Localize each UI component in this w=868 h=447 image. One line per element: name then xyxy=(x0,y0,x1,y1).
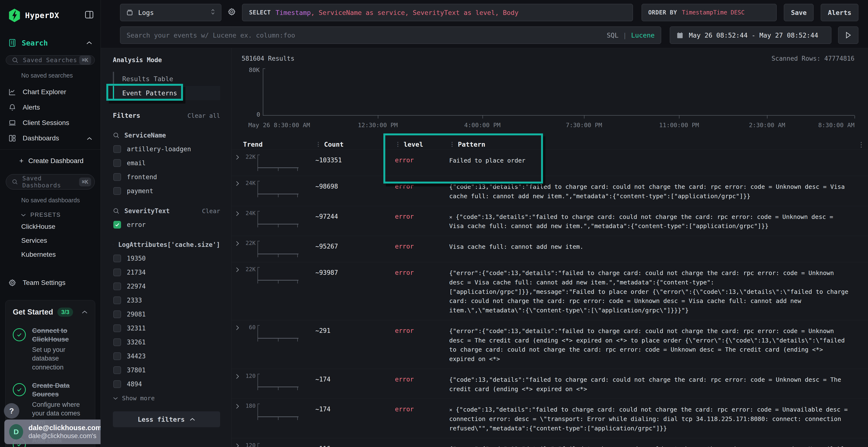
save-button[interactable]: Save xyxy=(784,4,813,21)
sidebar-item-dashboards[interactable]: Dashboards xyxy=(0,131,100,146)
filter-option[interactable]: error xyxy=(113,221,220,229)
checkbox[interactable] xyxy=(113,254,121,262)
preset-kubernetes[interactable]: Kubernetes xyxy=(0,248,100,262)
x-axis-line xyxy=(263,115,855,115)
pattern-row[interactable]: 60 ~291 error {"error":{"code":13,"detai… xyxy=(231,320,868,369)
drag-handle-icon[interactable]: ⋮ xyxy=(395,142,400,147)
preset-clickhouse[interactable]: ClickHouse xyxy=(0,220,100,234)
expand-chevron-icon[interactable] xyxy=(231,179,243,188)
pattern-row[interactable]: 22K ~93987 error {"error":{"code":13,"de… xyxy=(231,262,868,320)
filter-option[interactable]: 19350 xyxy=(113,254,220,262)
show-more-link[interactable]: Show more xyxy=(113,395,220,402)
clear-filter-link[interactable]: Clear xyxy=(202,208,220,215)
checkbox[interactable] xyxy=(113,324,121,332)
preset-services[interactable]: Services xyxy=(0,234,100,248)
filter-option[interactable]: 37801 xyxy=(113,366,220,374)
alerts-button[interactable]: Alerts xyxy=(821,4,858,21)
expand-chevron-icon[interactable] xyxy=(231,372,243,381)
checkbox[interactable] xyxy=(113,310,121,318)
help-button[interactable]: ? xyxy=(4,403,19,419)
filter-option[interactable]: 34423 xyxy=(113,352,220,360)
col-pattern[interactable]: ⋮Pattern xyxy=(449,141,856,148)
checkbox[interactable] xyxy=(113,145,121,153)
pattern-row[interactable]: 24K ~97244 error ×{"code":13,"details":"… xyxy=(231,206,868,236)
checkbox[interactable] xyxy=(113,297,121,304)
filter-option[interactable]: 22974 xyxy=(113,282,220,290)
checkbox[interactable] xyxy=(113,159,121,167)
chevron-up-icon[interactable] xyxy=(86,39,92,46)
filter-option[interactable]: 4894 xyxy=(113,380,220,388)
table-menu-icon[interactable]: ⋮ xyxy=(858,141,868,148)
user-menu[interactable]: D dale@clickhouse.com dale@clickhouse.co… xyxy=(4,419,101,444)
search-input[interactable]: Search your events w/ Lucene ex. column:… xyxy=(120,27,661,44)
lang-lucene-toggle[interactable]: Lucene xyxy=(631,32,655,39)
x-axis-tick-label: 8:30:00 AM xyxy=(818,122,855,129)
orderby-input[interactable]: ORDER BY TimestampTime DESC xyxy=(642,4,777,21)
presets-toggle[interactable]: PRESETS xyxy=(0,205,100,220)
sidebar-item-alerts[interactable]: Alerts xyxy=(0,100,100,115)
col-count[interactable]: ⋮Count xyxy=(315,141,395,148)
expand-chevron-icon[interactable] xyxy=(231,442,243,447)
filter-option[interactable]: frontend xyxy=(113,173,220,181)
checkbox[interactable] xyxy=(113,338,121,346)
checkbox[interactable] xyxy=(113,366,121,374)
filter-option[interactable]: 29081 xyxy=(113,310,220,318)
filter-groups: ServiceNameartillery-loadgenemailfronten… xyxy=(113,132,220,388)
filter-option[interactable]: email xyxy=(113,159,220,167)
filter-option-label: 34423 xyxy=(127,353,146,360)
pattern-row[interactable]: 22K ~103351 error Failed to place order xyxy=(231,149,868,176)
create-dashboard-button[interactable]: + Create Dashboard xyxy=(0,154,100,168)
sidebar-item-team-settings[interactable]: Team Settings xyxy=(0,275,100,290)
source-settings-gear-icon[interactable] xyxy=(227,8,236,18)
chevron-up-icon[interactable] xyxy=(82,309,88,315)
expand-chevron-icon[interactable] xyxy=(231,402,243,411)
checkbox-checked[interactable] xyxy=(113,221,121,229)
checkbox[interactable] xyxy=(113,269,121,276)
expand-chevron-icon[interactable] xyxy=(231,209,243,218)
drag-handle-icon[interactable]: ⋮ xyxy=(315,142,321,147)
filter-option[interactable]: 33261 xyxy=(113,338,220,346)
mode-event-patterns[interactable]: Event Patterns xyxy=(113,86,220,100)
pattern-row[interactable]: 120 ~174 error {"code":13,"details":"fai… xyxy=(231,369,868,399)
results-histogram[interactable]: 80K 0 May 26 8:30:00 AM12:30:00 PM4:00:0… xyxy=(264,68,855,129)
expand-chevron-icon[interactable] xyxy=(231,153,243,162)
pattern-row[interactable]: 24K ~98698 error {"code":13,"details":"f… xyxy=(231,176,868,206)
pattern-row[interactable]: 120 ~116 error {"error":{"code":13,"deta… xyxy=(231,438,868,447)
sidebar-item-client-sessions[interactable]: Client Sessions xyxy=(0,115,100,131)
pattern-row[interactable]: 22K ~95267 error Visa cache full: cannot… xyxy=(231,236,868,262)
sidebar-item-search[interactable]: Search xyxy=(0,25,100,49)
pattern-row[interactable]: 180 ~174 error ×{"code":13,"details":"fa… xyxy=(231,399,868,438)
get-started-item[interactable]: Connect to ClickHouse Set up your databa… xyxy=(13,326,88,372)
filter-option[interactable]: 21734 xyxy=(113,269,220,276)
filter-option[interactable]: 2333 xyxy=(113,297,220,304)
live-tail-button[interactable] xyxy=(838,27,858,44)
expand-chevron-icon[interactable] xyxy=(231,239,243,248)
expand-chevron-icon[interactable] xyxy=(231,266,243,274)
date-range-button[interactable]: May 26 08:52:44 - May 27 08:52:44 xyxy=(670,27,831,44)
filter-option[interactable]: 32311 xyxy=(113,324,220,332)
sidebar-item-chart-explorer[interactable]: Chart Explorer xyxy=(0,84,100,100)
lang-sql-toggle[interactable]: SQL xyxy=(607,32,618,39)
saved-searches-input[interactable]: Saved Searches ⌘K xyxy=(6,56,95,65)
drag-handle-icon[interactable]: ⋮ xyxy=(449,142,455,147)
clear-all-link[interactable]: Clear all xyxy=(188,112,220,119)
sidebar-collapse-icon[interactable] xyxy=(85,10,94,20)
checkbox[interactable] xyxy=(113,173,121,181)
source-select[interactable]: Logs xyxy=(120,4,221,21)
less-filters-button[interactable]: Less filters xyxy=(113,411,220,427)
filter-option[interactable]: artillery-loadgen xyxy=(113,145,220,153)
saved-dashboards-input[interactable]: Saved Dashboards ⌘K xyxy=(6,174,95,190)
filter-option[interactable]: payment xyxy=(113,187,220,195)
col-level[interactable]: ⋮level xyxy=(395,141,449,148)
select-clause-input[interactable]: SELECT Timestamp, ServiceName as service… xyxy=(242,4,633,21)
mode-results-table[interactable]: Results Table xyxy=(113,72,220,86)
col-trend[interactable]: Trend xyxy=(243,141,315,148)
checkbox[interactable] xyxy=(113,352,121,360)
checkbox[interactable] xyxy=(113,282,121,290)
checkbox[interactable] xyxy=(113,187,121,195)
get-started-header[interactable]: Get Started 3/3 xyxy=(13,308,88,317)
filter-group: ServiceNameartillery-loadgenemailfronten… xyxy=(113,132,220,195)
checkbox[interactable] xyxy=(113,380,121,388)
chevron-up-icon[interactable] xyxy=(87,134,92,142)
expand-chevron-icon[interactable] xyxy=(231,324,243,332)
